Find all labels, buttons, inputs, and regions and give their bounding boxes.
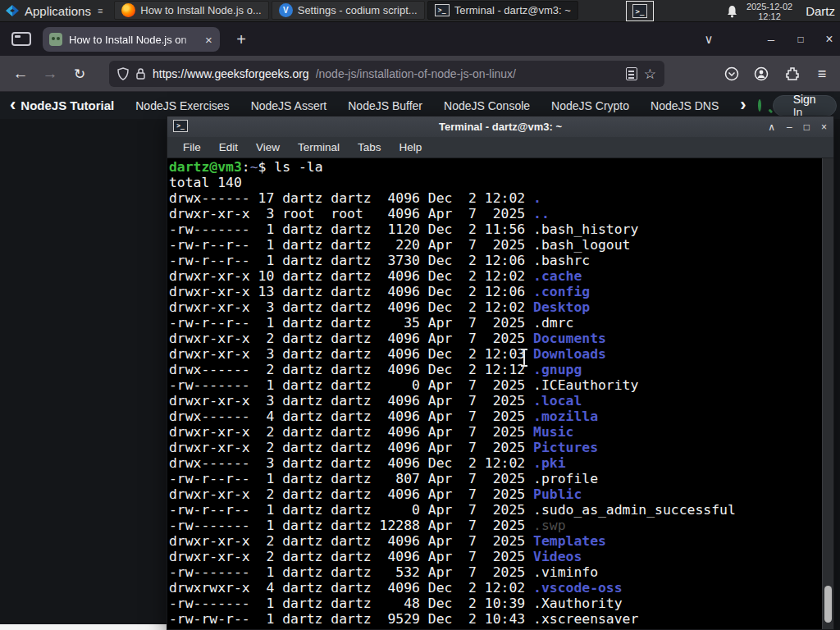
taskbar-window-codium[interactable]: V Settings - codium script... xyxy=(272,1,425,20)
nav-link-tutorial[interactable]: NodeJS Tutorial xyxy=(21,98,114,112)
applications-icon xyxy=(5,4,20,17)
nav-link-exercises[interactable]: NodeJS Exercises xyxy=(135,99,229,112)
taskbar-window-firefox[interactable]: How to Install Node.js o... xyxy=(114,1,268,20)
terminal-window: >_ Terminal - dartz@vm3: ~ ∧ – □ × File … xyxy=(167,116,834,630)
extensions-icon[interactable] xyxy=(780,56,805,92)
terminal-line: -rw------- 1 dartz dartz 12288 Apr 7 202… xyxy=(169,518,822,533)
nav-link-dns[interactable]: NodeJS DNS xyxy=(651,99,719,112)
url-bar[interactable]: https://www.geeksforgeeks.org/node-js/in… xyxy=(109,61,664,87)
nav-link-crypto[interactable]: NodeJS Crypto xyxy=(551,99,629,112)
nav-link-buffer[interactable]: NodeJS Buffer xyxy=(348,99,422,112)
menu-file[interactable]: File xyxy=(174,139,210,156)
tab-close-icon[interactable]: × xyxy=(205,34,212,46)
applications-label: Applications xyxy=(25,4,91,18)
applications-menu-button[interactable]: Applications ≡ xyxy=(0,0,111,21)
terminal-line: drwx------ 3 dartz dartz 4096 Dec 2 12:0… xyxy=(169,455,822,471)
lock-icon[interactable] xyxy=(135,67,146,80)
terminal-line: -rw------- 1 dartz dartz 48 Dec 2 10:39 … xyxy=(169,596,822,611)
terminal-rollup-button[interactable]: ∧ xyxy=(768,122,775,132)
new-tab-button[interactable]: + xyxy=(231,30,251,50)
nav-link-console[interactable]: NodeJS Console xyxy=(444,99,530,112)
menu-indicator-icon: ≡ xyxy=(98,6,103,16)
forward-button[interactable]: → xyxy=(38,56,62,92)
terminal-line: drwxr-xr-x 2 dartz dartz 4096 Apr 7 2025… xyxy=(169,533,822,549)
clock-time: 12:12 xyxy=(746,11,792,21)
sign-in-button[interactable]: Sign In xyxy=(773,95,837,116)
taskbar-window-label: Terminal - dartz@vm3: ~ xyxy=(454,4,571,16)
nav-link-assert[interactable]: NodeJS Assert xyxy=(251,99,327,112)
terminal-scrollbar-thumb[interactable] xyxy=(824,586,832,623)
terminal-title-bar[interactable]: >_ Terminal - dartz@vm3: ~ ∧ – □ × xyxy=(167,116,833,137)
terminal-line: drwxr-xr-x 13 dartz dartz 4096 Dec 2 12:… xyxy=(169,284,822,299)
shield-icon[interactable] xyxy=(117,67,129,80)
codium-icon: V xyxy=(279,3,293,17)
search-icon[interactable] xyxy=(758,99,761,112)
browser-maximize-button[interactable]: □ xyxy=(789,22,812,56)
terminal-line: drwxr-xr-x 3 dartz dartz 4096 Dec 2 12:0… xyxy=(169,299,822,315)
terminal-scrollbar[interactable] xyxy=(822,158,833,629)
terminal-line: drwxr-xr-x 2 dartz dartz 4096 Apr 7 2025… xyxy=(169,549,822,564)
tab-title: How to Install Node.js on xyxy=(69,34,199,46)
terminal-icon: >_ xyxy=(435,4,450,16)
terminal-line: -rw-rw-r-- 1 dartz dartz 9529 Dec 2 10:4… xyxy=(169,611,822,627)
terminal-line: drwxr-xr-x 3 root root 4096 Apr 7 2025 .… xyxy=(169,206,822,221)
terminal-line: drwxr-xr-x 10 dartz dartz 4096 Dec 2 12:… xyxy=(169,268,822,284)
reload-button[interactable]: ↻ xyxy=(67,56,92,92)
gfg-favicon xyxy=(49,33,62,46)
bookmark-star-icon[interactable]: ☆ xyxy=(644,66,656,83)
taskbar-window-terminal[interactable]: >_ Terminal - dartz@vm3: ~ xyxy=(427,1,578,20)
terminal-line: -rw-r--r-- 1 dartz dartz 220 Apr 7 2025 … xyxy=(169,237,822,253)
menu-view[interactable]: View xyxy=(247,139,289,156)
menu-terminal[interactable]: Terminal xyxy=(289,139,349,156)
terminal-line: total 140 xyxy=(169,175,822,190)
browser-tab[interactable]: How to Install Node.js on × xyxy=(43,27,220,52)
terminal-close-button[interactable]: × xyxy=(821,122,827,132)
nav-more-chevron-icon[interactable]: › xyxy=(740,96,746,114)
terminal-line: -rw------- 1 dartz dartz 532 Apr 7 2025 … xyxy=(169,564,822,580)
notification-bell-icon[interactable] xyxy=(726,5,738,18)
top-panel: Applications ≡ How to Install Node.js o.… xyxy=(0,0,840,22)
terminal-line: drwx------ 17 dartz dartz 4096 Dec 2 12:… xyxy=(169,190,822,206)
terminal-line: drwxr-xr-x 2 dartz dartz 4096 Apr 7 2025… xyxy=(169,440,822,455)
taskbar-window-label: How to Install Node.js o... xyxy=(140,4,261,16)
account-icon[interactable] xyxy=(749,56,774,92)
terminal-line: dartz@vm3:~$ ls -la xyxy=(169,159,822,175)
reader-mode-icon[interactable] xyxy=(626,67,637,80)
taskbar-window-label: Settings - codium script... xyxy=(298,4,418,16)
terminal-line: drwxr-xr-x 3 dartz dartz 4096 Dec 2 12:0… xyxy=(169,346,822,362)
menu-edit[interactable]: Edit xyxy=(210,139,247,156)
nav-back-chevron-icon[interactable]: ‹ xyxy=(10,96,16,114)
terminal-line: drwxr-xr-x 3 dartz dartz 4096 Apr 7 2025… xyxy=(169,393,822,409)
panel-status-area: 2025-12-02 12:12 Dartz xyxy=(726,0,840,22)
browser-toolbar: ← → ↻ https://www.geeksforgeeks.org/node… xyxy=(0,56,840,92)
terminal-line: drwxrwxr-x 4 dartz dartz 4096 Dec 2 12:0… xyxy=(169,580,822,596)
terminal-icon: >_ xyxy=(173,120,188,132)
terminal-line: -rw------- 1 dartz dartz 1120 Dec 2 11:5… xyxy=(169,221,822,237)
terminal-line: drwx------ 2 dartz dartz 4096 Dec 2 12:1… xyxy=(169,362,822,377)
terminal-body[interactable]: dartz@vm3:~$ ls -latotal 140drwx------ 1… xyxy=(167,158,833,629)
terminal-line: -rw-r--r-- 1 dartz dartz 0 Apr 7 2025 .s… xyxy=(169,502,822,518)
panel-clock[interactable]: 2025-12-02 12:12 xyxy=(746,2,792,21)
back-button[interactable]: ← xyxy=(8,56,33,92)
terminal-line: drwxr-xr-x 2 dartz dartz 4096 Apr 7 2025… xyxy=(169,424,822,440)
menu-tabs[interactable]: Tabs xyxy=(349,139,390,156)
terminal-minimize-button[interactable]: – xyxy=(787,122,792,132)
terminal-line: -rw------- 1 dartz dartz 0 Apr 7 2025 .I… xyxy=(169,377,822,393)
save-to-pocket-icon[interactable] xyxy=(719,56,744,92)
terminal-menu-bar: File Edit View Terminal Tabs Help xyxy=(167,137,833,158)
terminal-icon: >_ xyxy=(632,4,647,18)
terminal-maximize-button[interactable]: □ xyxy=(804,122,810,132)
list-all-tabs-button[interactable]: ∨ xyxy=(697,22,720,56)
page-content-strip xyxy=(0,624,167,630)
mouse-cursor-ibeam xyxy=(519,348,529,368)
menu-help[interactable]: Help xyxy=(390,139,431,156)
tray-terminal-icon[interactable]: >_ xyxy=(626,1,654,21)
browser-minimize-button[interactable]: – xyxy=(760,22,783,56)
terminal-line: -rw-r--r-- 1 dartz dartz 807 Apr 7 2025 … xyxy=(169,471,822,486)
url-origin: https://www.geeksforgeeks.org xyxy=(153,67,309,80)
browser-close-button[interactable]: × xyxy=(819,22,840,56)
firefox-view-button[interactable] xyxy=(11,32,31,46)
menu-icon[interactable]: ≡ xyxy=(810,56,834,92)
terminal-output: dartz@vm3:~$ ls -latotal 140drwx------ 1… xyxy=(169,159,822,629)
firefox-icon xyxy=(121,3,135,17)
